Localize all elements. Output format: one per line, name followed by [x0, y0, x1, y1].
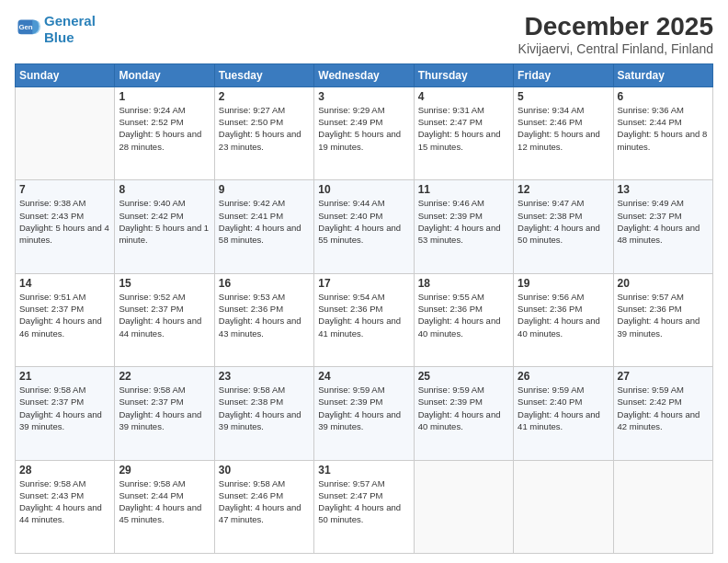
calendar-cell: 9Sunrise: 9:42 AM Sunset: 2:41 PM Daylig… [214, 180, 313, 273]
calendar-cell [414, 460, 513, 553]
day-info: Sunrise: 9:58 AM Sunset: 2:37 PM Dayligh… [119, 384, 210, 432]
calendar-cell: 12Sunrise: 9:47 AM Sunset: 2:38 PM Dayli… [514, 180, 613, 273]
month-title: December 2025 [518, 13, 713, 41]
calendar-cell: 1Sunrise: 9:24 AM Sunset: 2:52 PM Daylig… [115, 86, 214, 179]
day-number: 27 [618, 370, 709, 383]
calendar-cell: 5Sunrise: 9:34 AM Sunset: 2:46 PM Daylig… [514, 86, 613, 179]
day-number: 28 [19, 464, 110, 477]
day-number: 19 [518, 277, 609, 290]
day-number: 7 [19, 183, 110, 196]
day-info: Sunrise: 9:51 AM Sunset: 2:37 PM Dayligh… [19, 291, 110, 339]
calendar-cell: 21Sunrise: 9:58 AM Sunset: 2:37 PM Dayli… [16, 367, 115, 460]
day-number: 12 [518, 183, 609, 196]
calendar-cell: 17Sunrise: 9:54 AM Sunset: 2:36 PM Dayli… [314, 273, 414, 366]
day-number: 1 [119, 90, 210, 103]
day-number: 6 [618, 90, 709, 103]
calendar-cell: 16Sunrise: 9:53 AM Sunset: 2:36 PM Dayli… [214, 273, 313, 366]
day-info: Sunrise: 9:59 AM Sunset: 2:39 PM Dayligh… [418, 384, 509, 432]
day-info: Sunrise: 9:36 AM Sunset: 2:44 PM Dayligh… [618, 104, 709, 153]
day-info: Sunrise: 9:34 AM Sunset: 2:46 PM Dayligh… [518, 104, 609, 153]
weekday-header-sunday: Sunday [16, 63, 115, 86]
calendar-week-1: 1Sunrise: 9:24 AM Sunset: 2:52 PM Daylig… [16, 86, 713, 179]
calendar-table: SundayMondayTuesdayWednesdayThursdayFrid… [15, 63, 713, 554]
calendar-cell: 8Sunrise: 9:40 AM Sunset: 2:42 PM Daylig… [115, 180, 214, 273]
day-info: Sunrise: 9:27 AM Sunset: 2:50 PM Dayligh… [219, 104, 310, 153]
calendar-cell [16, 86, 115, 179]
calendar-body: 1Sunrise: 9:24 AM Sunset: 2:52 PM Daylig… [16, 86, 713, 553]
day-info: Sunrise: 9:31 AM Sunset: 2:47 PM Dayligh… [418, 104, 509, 153]
day-number: 31 [318, 464, 409, 477]
calendar-cell: 7Sunrise: 9:38 AM Sunset: 2:43 PM Daylig… [16, 180, 115, 273]
calendar-cell: 20Sunrise: 9:57 AM Sunset: 2:36 PM Dayli… [613, 273, 712, 366]
calendar-cell [514, 460, 613, 553]
logo-line1: General [44, 13, 96, 29]
day-number: 23 [219, 370, 310, 383]
day-number: 26 [518, 370, 609, 383]
calendar-cell: 2Sunrise: 9:27 AM Sunset: 2:50 PM Daylig… [214, 86, 313, 179]
day-number: 15 [119, 277, 210, 290]
calendar-cell: 14Sunrise: 9:51 AM Sunset: 2:37 PM Dayli… [16, 273, 115, 366]
calendar-cell: 4Sunrise: 9:31 AM Sunset: 2:47 PM Daylig… [414, 86, 513, 179]
day-info: Sunrise: 9:57 AM Sunset: 2:47 PM Dayligh… [318, 477, 409, 526]
day-info: Sunrise: 9:54 AM Sunset: 2:36 PM Dayligh… [318, 291, 409, 339]
day-info: Sunrise: 9:47 AM Sunset: 2:38 PM Dayligh… [518, 197, 609, 246]
calendar-cell: 29Sunrise: 9:58 AM Sunset: 2:44 PM Dayli… [115, 460, 214, 553]
calendar-cell: 18Sunrise: 9:55 AM Sunset: 2:36 PM Dayli… [414, 273, 513, 366]
day-number: 17 [318, 277, 409, 290]
day-number: 10 [318, 183, 409, 196]
day-number: 14 [19, 277, 110, 290]
logo-text: General Blue [44, 13, 96, 46]
day-info: Sunrise: 9:55 AM Sunset: 2:36 PM Dayligh… [418, 291, 509, 339]
day-number: 4 [418, 90, 509, 103]
day-info: Sunrise: 9:58 AM Sunset: 2:37 PM Dayligh… [19, 384, 110, 432]
header: Gen General Blue December 2025 Kivijaerv… [15, 13, 713, 56]
calendar-week-4: 21Sunrise: 9:58 AM Sunset: 2:37 PM Dayli… [16, 367, 713, 460]
weekday-header-saturday: Saturday [613, 63, 712, 86]
day-info: Sunrise: 9:40 AM Sunset: 2:42 PM Dayligh… [119, 197, 210, 246]
day-number: 24 [318, 370, 409, 383]
day-number: 2 [219, 90, 310, 103]
day-info: Sunrise: 9:57 AM Sunset: 2:36 PM Dayligh… [618, 291, 709, 339]
day-info: Sunrise: 9:58 AM Sunset: 2:46 PM Dayligh… [219, 477, 310, 526]
weekday-header-friday: Friday [514, 63, 613, 86]
day-info: Sunrise: 9:53 AM Sunset: 2:36 PM Dayligh… [219, 291, 310, 339]
calendar-cell: 6Sunrise: 9:36 AM Sunset: 2:44 PM Daylig… [613, 86, 712, 179]
day-info: Sunrise: 9:59 AM Sunset: 2:39 PM Dayligh… [318, 384, 409, 432]
day-number: 29 [119, 464, 210, 477]
calendar-cell: 3Sunrise: 9:29 AM Sunset: 2:49 PM Daylig… [314, 86, 414, 179]
day-info: Sunrise: 9:42 AM Sunset: 2:41 PM Dayligh… [219, 197, 310, 246]
page: Gen General Blue December 2025 Kivijaerv… [0, 0, 728, 563]
day-info: Sunrise: 9:58 AM Sunset: 2:43 PM Dayligh… [19, 477, 110, 526]
logo: Gen General Blue [15, 13, 96, 46]
day-number: 5 [518, 90, 609, 103]
day-info: Sunrise: 9:59 AM Sunset: 2:42 PM Dayligh… [618, 384, 709, 432]
day-number: 16 [219, 277, 310, 290]
calendar-cell: 28Sunrise: 9:58 AM Sunset: 2:43 PM Dayli… [16, 460, 115, 553]
day-info: Sunrise: 9:44 AM Sunset: 2:40 PM Dayligh… [318, 197, 409, 246]
calendar-cell: 19Sunrise: 9:56 AM Sunset: 2:36 PM Dayli… [514, 273, 613, 366]
day-number: 3 [318, 90, 409, 103]
day-number: 22 [119, 370, 210, 383]
calendar-week-3: 14Sunrise: 9:51 AM Sunset: 2:37 PM Dayli… [16, 273, 713, 366]
day-info: Sunrise: 9:38 AM Sunset: 2:43 PM Dayligh… [19, 197, 110, 246]
day-number: 13 [618, 183, 709, 196]
day-number: 8 [119, 183, 210, 196]
day-info: Sunrise: 9:24 AM Sunset: 2:52 PM Dayligh… [119, 104, 210, 153]
weekday-header-tuesday: Tuesday [214, 63, 313, 86]
weekday-header-wednesday: Wednesday [314, 63, 414, 86]
day-info: Sunrise: 9:52 AM Sunset: 2:37 PM Dayligh… [119, 291, 210, 339]
day-info: Sunrise: 9:29 AM Sunset: 2:49 PM Dayligh… [318, 104, 409, 153]
calendar-cell: 30Sunrise: 9:58 AM Sunset: 2:46 PM Dayli… [214, 460, 313, 553]
weekday-header-thursday: Thursday [414, 63, 513, 86]
calendar-cell: 26Sunrise: 9:59 AM Sunset: 2:40 PM Dayli… [514, 367, 613, 460]
logo-icon: Gen [15, 17, 40, 42]
day-info: Sunrise: 9:46 AM Sunset: 2:39 PM Dayligh… [418, 197, 509, 246]
day-info: Sunrise: 9:59 AM Sunset: 2:40 PM Dayligh… [518, 384, 609, 432]
calendar-cell: 13Sunrise: 9:49 AM Sunset: 2:37 PM Dayli… [613, 180, 712, 273]
calendar-cell: 11Sunrise: 9:46 AM Sunset: 2:39 PM Dayli… [414, 180, 513, 273]
day-info: Sunrise: 9:56 AM Sunset: 2:36 PM Dayligh… [518, 291, 609, 339]
calendar-cell: 24Sunrise: 9:59 AM Sunset: 2:39 PM Dayli… [314, 367, 414, 460]
calendar-cell: 25Sunrise: 9:59 AM Sunset: 2:39 PM Dayli… [414, 367, 513, 460]
day-info: Sunrise: 9:49 AM Sunset: 2:37 PM Dayligh… [618, 197, 709, 246]
calendar-cell: 31Sunrise: 9:57 AM Sunset: 2:47 PM Dayli… [314, 460, 414, 553]
